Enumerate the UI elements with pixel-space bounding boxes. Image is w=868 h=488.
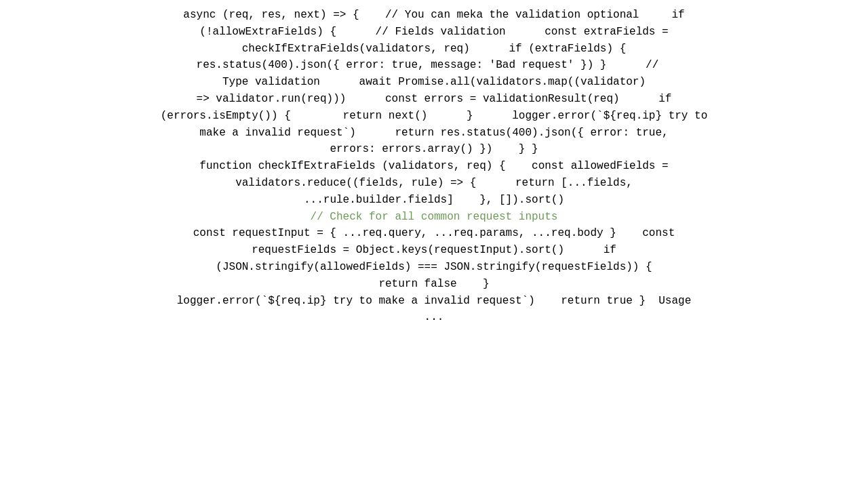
code-container: async (req, res, next) => { // You can m…	[0, 0, 868, 488]
code-line: (!allowExtraFields) { // Fields validati…	[199, 26, 668, 38]
code-line: validators.reduce((fields, rule) => { re…	[235, 177, 633, 189]
code-line: res.status(400).json({ error: true, mess…	[197, 59, 672, 71]
code-line: return false }	[378, 278, 489, 290]
code-line: const requestInput = { ...req.query, ...…	[193, 227, 675, 239]
code-line: async (req, res, next) => { // You can m…	[183, 9, 684, 21]
code-block: async (req, res, next) => { // You can m…	[0, 0, 868, 333]
code-line: => validator.run(req))) const errors = v…	[197, 93, 672, 105]
code-line: errors: errors.array() }) } }	[330, 143, 538, 155]
code-line: ...	[425, 311, 444, 323]
code-line: make a invalid request`) return res.stat…	[199, 127, 668, 139]
code-line: (errors.isEmpty()) { return next() } log…	[161, 110, 708, 122]
code-line: checkIfExtraFields(validators, req) if (…	[242, 43, 627, 55]
code-line: requestFields = Object.keys(requestInput…	[252, 244, 616, 256]
code-line: function checkIfExtraFields (validators,…	[199, 160, 668, 172]
code-line: // Check for all common request inputs	[311, 211, 558, 223]
code-line: (JSON.stringify(allowedFields) === JSON.…	[216, 261, 652, 273]
code-line: logger.error(`${req.ip} try to make a in…	[177, 295, 692, 307]
code-line: Type validation await Promise.all(valida…	[222, 76, 646, 88]
code-line: ...rule.builder.fields] }, []).sort()	[304, 194, 564, 206]
